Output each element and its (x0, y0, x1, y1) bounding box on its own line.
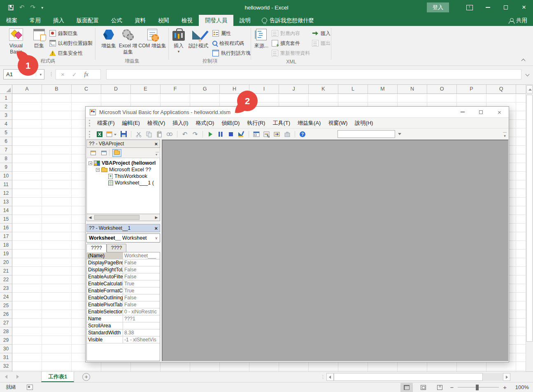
insert-function-icon[interactable]: fx (84, 71, 88, 78)
vba-minimize-button[interactable] (453, 107, 472, 117)
signin-button[interactable]: 登入 (427, 2, 449, 12)
property-value[interactable]: -1 - xlSheetVis (123, 336, 160, 343)
row-header[interactable]: 5 (0, 128, 12, 137)
column-header[interactable]: C (72, 85, 101, 93)
redo-icon[interactable]: ↷ (191, 130, 199, 138)
toggle-folders-icon[interactable] (112, 149, 121, 157)
row-header[interactable]: 1 (0, 94, 12, 103)
property-value[interactable]: False (123, 294, 160, 301)
vba-menu-item[interactable]: 插入(I) (169, 118, 192, 128)
horizontal-scroll-thumb[interactable] (94, 215, 140, 220)
scroll-left-icon[interactable]: ◀ (88, 215, 93, 220)
ribbon-tab[interactable]: 插入 (47, 15, 70, 26)
vba-close-button[interactable]: × (490, 107, 509, 117)
row-header[interactable]: 10 (0, 172, 12, 180)
property-value[interactable]: False (123, 266, 160, 273)
row-header[interactable]: 29 (0, 336, 12, 345)
tab-categorized[interactable]: ???? (107, 244, 127, 252)
property-row[interactable]: Name ???1 (87, 315, 160, 322)
zoom-slider-thumb[interactable] (476, 385, 479, 390)
column-header[interactable]: A (12, 85, 42, 93)
property-row[interactable]: (Name) Worksheet___ (87, 252, 160, 259)
row-header[interactable]: 16 (0, 224, 12, 232)
vba-menu-item[interactable]: 檢視(V) (144, 118, 169, 128)
row-header[interactable]: 15 (0, 215, 12, 224)
vba-menu-item[interactable]: 說明(H) (351, 118, 377, 128)
run-icon[interactable] (206, 130, 214, 138)
customize-qat-icon[interactable]: ▾ (41, 5, 43, 10)
import-button[interactable]: 匯入 (312, 29, 331, 38)
run-dialog-button[interactable]: 執行對話方塊 (212, 49, 251, 58)
vba-titlebar[interactable]: Microsoft Visual Basic for Applications … (86, 107, 509, 117)
macro-security-button[interactable]: 巨集安全性 (49, 49, 83, 58)
property-value[interactable] (123, 322, 160, 329)
row-header[interactable]: 2 (0, 103, 12, 111)
vba-menu-item[interactable]: 增益集(A) (294, 118, 324, 128)
zoom-out-button[interactable]: − (450, 384, 454, 391)
property-row[interactable]: DisplayRightToL False (87, 266, 160, 273)
break-icon[interactable] (216, 130, 225, 138)
object-selector[interactable]: Worksheet__ Worksheet ∨ (86, 233, 160, 243)
row-header[interactable]: 8 (0, 154, 12, 163)
xml-source-button[interactable]: 來源... (254, 28, 268, 49)
addins-button[interactable]: 增益集 (100, 28, 117, 49)
save-icon[interactable] (8, 5, 14, 10)
property-row[interactable]: EnablePivotTab False (87, 301, 160, 308)
excel-horizontal-scrollbar[interactable]: ⋮ (326, 373, 510, 381)
close-button[interactable]: × (515, 0, 533, 15)
row-header[interactable]: 12 (0, 189, 12, 198)
row-header[interactable]: 6 (0, 137, 12, 146)
column-header[interactable]: Q (486, 85, 516, 93)
collapse-node-icon[interactable] (88, 161, 92, 165)
row-header[interactable]: 7 (0, 146, 12, 154)
project-horizontal-scrollbar[interactable]: ◀ ▶ (86, 214, 160, 221)
tree-node-thisworkbook[interactable]: ThisWorkbook (87, 173, 160, 180)
vba-menu-item[interactable]: 工具(T) (269, 118, 294, 128)
column-header[interactable]: L (338, 85, 368, 93)
property-row[interactable]: DisplayPageBrea False (87, 259, 160, 266)
property-row[interactable]: StandardWidth 8.38 (87, 329, 160, 336)
vba-menu-item[interactable]: 編輯(E) (119, 118, 144, 128)
undo-icon[interactable]: ↶ (19, 4, 25, 11)
project-explorer-titlebar[interactable]: ?? - VBAProject × (86, 140, 160, 148)
save-icon[interactable] (119, 130, 128, 138)
scroll-up-icon[interactable] (526, 85, 533, 93)
property-row[interactable]: EnableFormatCo True (87, 287, 160, 294)
insert-object-dropdown-icon[interactable] (106, 130, 117, 138)
zoom-level[interactable]: 100% (511, 384, 529, 390)
undo-icon[interactable]: ↶ (181, 130, 189, 138)
property-row[interactable]: EnableAutoFilte False (87, 273, 160, 280)
macros-button[interactable]: 巨集 (31, 28, 47, 49)
normal-view-button[interactable] (400, 383, 413, 392)
reset-icon[interactable] (227, 130, 235, 138)
column-header[interactable]: J (279, 85, 309, 93)
scrollbar-grip[interactable]: ⋮ (321, 374, 325, 380)
property-value[interactable]: Worksheet___ (123, 252, 160, 259)
row-header[interactable]: 24 (0, 293, 12, 301)
row-header[interactable]: 18 (0, 241, 12, 250)
formula-input[interactable] (106, 69, 521, 79)
ribbon-display-options-button[interactable] (461, 0, 479, 15)
ribbon-tab[interactable]: 校閱 (152, 15, 175, 26)
excel-addins-button[interactable]: Excel 增益集 (119, 28, 137, 55)
ribbon-tab[interactable]: 常用 (23, 15, 47, 26)
properties-titlebar[interactable]: ?? - Worksheet__1 × (86, 224, 160, 232)
add-sheet-icon[interactable]: + (82, 373, 90, 381)
property-value[interactable]: ???1 (123, 315, 160, 322)
vba-menu-item[interactable]: 執行(R) (243, 118, 269, 128)
column-header[interactable]: G (190, 85, 220, 93)
ribbon-tab[interactable]: 檔案 (0, 15, 23, 26)
record-macro-button[interactable]: 錄製巨集 (49, 29, 78, 38)
scroll-right-icon[interactable]: ▶ (154, 215, 159, 220)
vertical-scroll-thumb[interactable] (526, 95, 533, 342)
property-value[interactable]: False (123, 301, 160, 308)
ribbon-tab[interactable]: 公式 (105, 15, 128, 26)
zoom-slider[interactable] (458, 387, 499, 388)
collapse-ribbon-button[interactable] (521, 58, 526, 62)
row-header[interactable]: 23 (0, 284, 12, 293)
tree-node-project[interactable]: VBAProject (helloworl (87, 160, 160, 166)
vba-menu-item[interactable]: 視窗(W) (324, 118, 351, 128)
view-excel-icon[interactable] (95, 130, 104, 138)
row-header[interactable]: 30 (0, 345, 12, 353)
zoom-in-button[interactable]: + (503, 384, 507, 391)
